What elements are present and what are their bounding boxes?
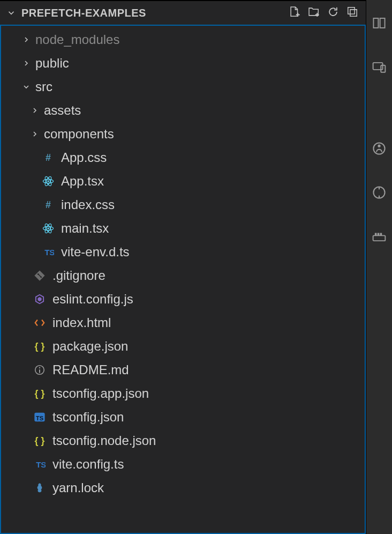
svg-rect-23 bbox=[380, 18, 385, 28]
file-row[interactable]: main.tsx bbox=[1, 217, 365, 240]
info-icon bbox=[32, 364, 47, 376]
yarn-icon bbox=[32, 482, 47, 494]
file-name: eslint.config.js bbox=[52, 292, 133, 307]
record-icon[interactable] bbox=[372, 186, 386, 202]
html-icon bbox=[32, 317, 47, 329]
svg-text:{ }: { } bbox=[35, 341, 45, 352]
file-tree[interactable]: node_modulespublicsrcassetscomponents#Ap… bbox=[0, 25, 366, 534]
ts-icon: TS bbox=[32, 458, 47, 470]
css-icon: # bbox=[41, 152, 56, 164]
svg-text:{ }: { } bbox=[35, 435, 45, 446]
folder-name: components bbox=[44, 127, 114, 142]
file-row[interactable]: #App.css bbox=[1, 146, 365, 169]
file-row[interactable]: index.html bbox=[1, 311, 365, 335]
ts-icon: TS bbox=[41, 246, 56, 258]
right-activity-strip bbox=[366, 0, 392, 534]
file-name: .gitignore bbox=[52, 268, 105, 283]
folder-name: src bbox=[35, 79, 52, 94]
new-file-icon[interactable] bbox=[289, 6, 300, 20]
svg-rect-31 bbox=[378, 233, 380, 236]
react-icon bbox=[41, 175, 56, 187]
json-icon: { } bbox=[32, 340, 47, 352]
file-row[interactable]: App.tsx bbox=[1, 169, 365, 193]
collapse-all-icon[interactable] bbox=[346, 6, 358, 20]
file-explorer: PREFETCH-EXAMPLES node_modulespublicsrca… bbox=[0, 0, 366, 534]
chevron-right-icon[interactable] bbox=[20, 35, 32, 44]
new-folder-icon[interactable] bbox=[308, 6, 320, 20]
svg-text:TS: TS bbox=[36, 460, 46, 469]
folder-row[interactable]: public bbox=[1, 51, 365, 75]
file-name: App.tsx bbox=[61, 174, 104, 189]
svg-point-16 bbox=[39, 367, 40, 368]
chevron-right-icon[interactable] bbox=[29, 130, 41, 138]
folder-row[interactable]: assets bbox=[1, 99, 365, 122]
collapse-icon[interactable] bbox=[5, 8, 17, 18]
file-row[interactable]: TSvite.config.ts bbox=[1, 453, 365, 476]
json-icon: { } bbox=[32, 388, 47, 399]
svg-point-27 bbox=[378, 145, 380, 147]
file-row[interactable]: { }tsconfig.app.json bbox=[1, 382, 365, 405]
container-icon[interactable] bbox=[372, 229, 386, 246]
folder-row[interactable]: components bbox=[1, 122, 365, 146]
svg-point-10 bbox=[47, 227, 49, 229]
file-row[interactable]: README.md bbox=[1, 358, 365, 382]
file-row[interactable]: eslint.config.js bbox=[1, 287, 365, 311]
svg-text:TS: TS bbox=[36, 415, 43, 421]
file-name: App.css bbox=[61, 150, 107, 165]
folder-row[interactable]: src bbox=[1, 75, 365, 99]
file-name: main.tsx bbox=[61, 221, 109, 236]
svg-rect-22 bbox=[373, 18, 378, 28]
file-row[interactable]: { }tsconfig.node.json bbox=[1, 429, 365, 453]
file-name: tsconfig.app.json bbox=[52, 386, 149, 401]
file-name: yarn.lock bbox=[52, 480, 104, 495]
file-name: package.json bbox=[52, 339, 128, 354]
svg-rect-29 bbox=[373, 235, 386, 241]
react-icon bbox=[41, 222, 56, 234]
chevron-down-icon[interactable] bbox=[20, 83, 32, 91]
svg-text:TS: TS bbox=[44, 248, 54, 257]
svg-rect-30 bbox=[375, 233, 377, 236]
folder-name: assets bbox=[44, 103, 81, 118]
project-title: PREFETCH-EXAMPLES bbox=[21, 7, 146, 19]
file-row[interactable]: #index.css bbox=[1, 193, 365, 217]
css-icon: # bbox=[41, 199, 56, 211]
svg-text:{ }: { } bbox=[35, 388, 45, 399]
file-name: vite.config.ts bbox=[52, 457, 124, 472]
git-icon bbox=[32, 270, 47, 281]
chevron-right-icon[interactable] bbox=[20, 59, 32, 68]
tsconfig-icon: TS bbox=[32, 411, 47, 423]
file-row[interactable]: { }package.json bbox=[1, 335, 365, 358]
file-row[interactable]: TSvite-env.d.ts bbox=[1, 240, 365, 264]
file-name: index.html bbox=[52, 315, 111, 330]
chevron-right-icon[interactable] bbox=[29, 106, 41, 115]
explorer-header: PREFETCH-EXAMPLES bbox=[0, 1, 366, 25]
file-name: index.css bbox=[61, 197, 115, 212]
layout-icon[interactable] bbox=[372, 16, 386, 32]
refresh-icon[interactable] bbox=[327, 6, 339, 20]
file-name: README.md bbox=[52, 362, 129, 377]
file-row[interactable]: yarn.lock bbox=[1, 476, 365, 500]
svg-point-5 bbox=[47, 180, 49, 182]
folder-row[interactable]: node_modules bbox=[1, 28, 365, 51]
file-name: tsconfig.json bbox=[52, 410, 124, 425]
file-row[interactable]: .gitignore bbox=[1, 264, 365, 287]
svg-text:#: # bbox=[46, 199, 51, 210]
svg-rect-32 bbox=[380, 233, 382, 236]
file-row[interactable]: TStsconfig.json bbox=[1, 405, 365, 429]
svg-rect-0 bbox=[348, 7, 355, 13]
header-actions bbox=[289, 6, 360, 20]
file-name: tsconfig.node.json bbox=[52, 433, 156, 448]
eslint-icon bbox=[32, 293, 47, 305]
folder-name: public bbox=[35, 56, 69, 71]
live-icon[interactable] bbox=[372, 142, 386, 158]
devices-icon[interactable] bbox=[372, 60, 386, 76]
json-icon: { } bbox=[32, 435, 47, 447]
file-name: vite-env.d.ts bbox=[61, 244, 130, 259]
folder-name: node_modules bbox=[35, 32, 119, 47]
svg-text:#: # bbox=[46, 152, 51, 163]
